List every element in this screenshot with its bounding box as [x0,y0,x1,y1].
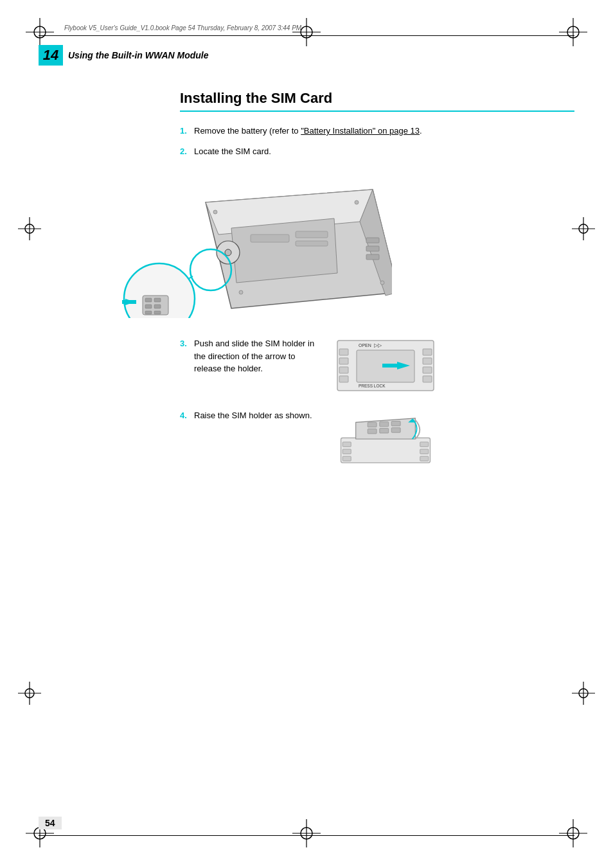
reg-mark-right-top [572,217,595,243]
svg-rect-41 [154,305,161,308]
step-4-text: Raise the SIM holder as shown. [194,409,312,422]
reg-mark-right-bottom [572,682,595,707]
svg-rect-27 [366,238,379,243]
svg-rect-50 [339,376,348,382]
reg-mark-top-center [292,18,321,49]
svg-rect-24 [296,241,328,246]
svg-rect-49 [339,367,348,373]
step-3-text: Push and slide the SIM holder in the dir… [194,337,321,375]
step-3-number: 3. [180,337,191,350]
step-2-text: Locate the SIM card. [194,145,271,158]
svg-point-31 [355,200,359,204]
svg-rect-52 [423,358,432,364]
section-title: Installing the SIM Card [180,90,574,112]
footer-line [39,835,574,836]
step-3: 3. Push and slide the SIM holder in the … [180,337,321,375]
svg-rect-38 [145,298,152,302]
svg-rect-45 [122,300,136,304]
svg-rect-23 [296,231,328,238]
svg-rect-48 [339,358,348,364]
steps-with-images: 3. Push and slide the SIM holder in the … [180,337,574,468]
reg-mark-top-right [559,18,587,49]
svg-rect-70 [380,421,389,426]
svg-rect-22 [251,235,289,242]
svg-rect-66 [342,449,351,454]
svg-point-32 [380,281,384,285]
svg-text:PRESS LOCK: PRESS LOCK [359,384,386,388]
svg-rect-72 [368,429,377,434]
svg-rect-40 [145,305,152,308]
svg-rect-54 [423,376,432,382]
svg-rect-28 [366,246,379,251]
svg-rect-61 [341,438,431,463]
chapter-title: Using the Built-in WWAN Module [63,50,209,60]
reg-mark-left-top [18,217,41,243]
svg-rect-69 [368,422,377,427]
reg-mark-left-bottom [18,682,41,707]
svg-text:▷▷: ▷▷ [374,342,382,348]
battery-link[interactable]: "Battery Installation" on page 13 [301,126,420,136]
svg-rect-39 [154,298,161,302]
svg-rect-53 [423,367,432,373]
step-4-image [334,409,450,468]
step-4: 4. Raise the SIM holder as shown. [180,409,321,422]
chapter-number: 14 [39,45,63,66]
chapter-header: 14 Using the Built-in WWAN Module [39,45,209,66]
step-3-text-col: 3. Push and slide the SIM holder in the … [180,337,321,383]
svg-rect-74 [391,428,400,432]
page-number: 54 [39,817,62,829]
svg-rect-57 [382,364,400,368]
svg-rect-42 [145,311,152,314]
svg-rect-47 [339,349,348,355]
step-3-image: OPEN ▷▷ PRESS LOCK [334,337,450,396]
main-content: Installing the SIM Card 1. Remove the ba… [180,90,574,468]
reg-mark-bottom-center [292,819,321,850]
svg-rect-73 [380,429,389,433]
laptop-illustration [116,170,398,324]
step-4-number: 4. [180,409,191,422]
svg-rect-64 [420,456,429,461]
svg-point-33 [239,290,243,294]
step-1: 1. Remove the battery (refer to "Battery… [180,125,574,137]
step-4-text-col: 4. Raise the SIM holder as shown. [180,409,321,430]
step-3-row: 3. Push and slide the SIM holder in the … [180,337,574,396]
reg-mark-bottom-right [559,819,587,850]
step-1-number: 1. [180,125,191,137]
step-2: 2. Locate the SIM card. [180,145,574,158]
step-2-number: 2. [180,145,191,158]
svg-rect-51 [423,349,432,355]
step-4-row: 4. Raise the SIM holder as shown. [180,409,574,468]
reg-mark-top-left [26,18,54,49]
svg-rect-67 [342,456,351,461]
svg-rect-65 [342,442,351,447]
svg-marker-21 [231,218,337,283]
svg-rect-62 [420,442,429,447]
svg-rect-63 [420,449,429,454]
svg-text:OPEN: OPEN [359,343,371,348]
svg-rect-71 [391,421,400,426]
svg-point-30 [213,210,217,214]
svg-rect-43 [154,311,161,314]
page: Flybook V5_User's Guide_V1.0.book Page 5… [0,0,613,868]
step-1-text: Remove the battery (refer to "Battery In… [194,125,422,137]
svg-rect-29 [366,254,379,260]
